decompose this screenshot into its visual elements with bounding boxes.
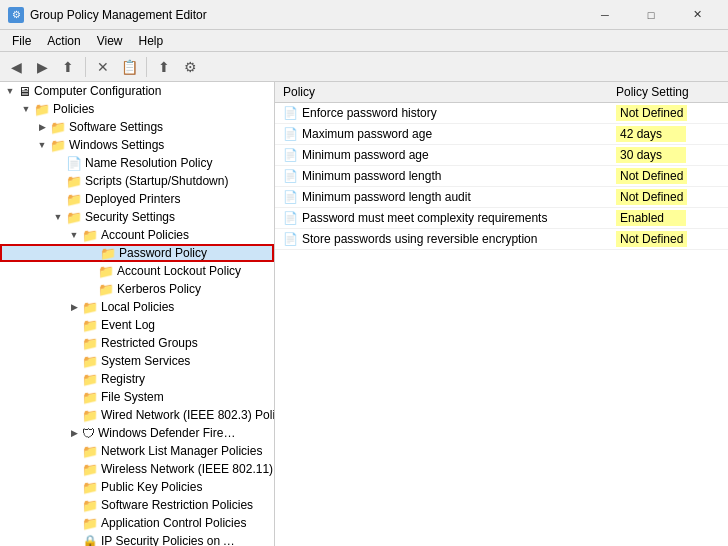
menu-help[interactable]: Help xyxy=(131,32,172,50)
folder-icon-restricted: 📁 xyxy=(82,336,98,351)
local-policies-label: Local Policies xyxy=(101,300,174,314)
computer-icon: 🖥 xyxy=(18,84,31,99)
maximize-button[interactable]: □ xyxy=(628,0,674,30)
kerberos-label: Kerberos Policy xyxy=(117,282,201,296)
export-button[interactable]: ⬆ xyxy=(152,55,176,79)
tree-item-software-restriction[interactable]: 📁 Software Restriction Policies xyxy=(0,496,274,514)
table-row[interactable]: 📄Minimum password length auditNot Define… xyxy=(275,187,728,208)
password-policy-label: Password Policy xyxy=(119,246,207,260)
menu-view[interactable]: View xyxy=(89,32,131,50)
folder-icon-scripts: 📁 xyxy=(66,174,82,189)
tree-item-firewall[interactable]: 🛡 Windows Defender Firewall with Advance… xyxy=(0,424,274,442)
software-settings-label: Software Settings xyxy=(69,120,163,134)
deployed-printers-label: Deployed Printers xyxy=(85,192,180,206)
policy-setting: Not Defined xyxy=(608,229,728,250)
forward-button[interactable]: ▶ xyxy=(30,55,54,79)
up-button[interactable]: ⬆ xyxy=(56,55,80,79)
folder-icon-software-restriction: 📁 xyxy=(82,498,98,513)
table-row[interactable]: 📄Store passwords using reversible encryp… xyxy=(275,229,728,250)
content-panel: Policy Policy Setting 📄Enforce password … xyxy=(275,82,728,546)
tree-item-policies[interactable]: 📁 Policies xyxy=(0,100,274,118)
scripts-label: Scripts (Startup/Shutdown) xyxy=(85,174,228,188)
setting-badge: 42 days xyxy=(616,126,686,142)
tree-item-ip-security[interactable]: 🔒 IP Security Policies on Active Directo… xyxy=(0,532,274,546)
table-row[interactable]: 📄Minimum password age30 days xyxy=(275,145,728,166)
policy-setting: Not Defined xyxy=(608,187,728,208)
table-row[interactable]: 📄Maximum password age42 days xyxy=(275,124,728,145)
policy-name: 📄Enforce password history xyxy=(275,103,608,124)
expander-software-settings[interactable] xyxy=(34,119,50,135)
tree-item-registry[interactable]: 📁 Registry xyxy=(0,370,274,388)
policy-name: 📄Maximum password age xyxy=(275,124,608,145)
restricted-groups-label: Restricted Groups xyxy=(101,336,198,350)
policy-name: 📄Minimum password age xyxy=(275,145,608,166)
properties-button[interactable]: 📋 xyxy=(117,55,141,79)
folder-icon-event: 📁 xyxy=(82,318,98,333)
import-button[interactable]: ⚙ xyxy=(178,55,202,79)
tree-item-security-settings[interactable]: 📁 Security Settings xyxy=(0,208,274,226)
menu-file[interactable]: File xyxy=(4,32,39,50)
setting-badge: Not Defined xyxy=(616,189,687,205)
expander-security-settings[interactable] xyxy=(50,209,66,225)
tree-item-scripts[interactable]: 📁 Scripts (Startup/Shutdown) xyxy=(0,172,274,190)
tree-item-restricted-groups[interactable]: 📁 Restricted Groups xyxy=(0,334,274,352)
tree-item-name-resolution[interactable]: 📄 Name Resolution Policy xyxy=(0,154,274,172)
close-button[interactable]: ✕ xyxy=(674,0,720,30)
folder-icon-ip-security: 🔒 xyxy=(82,534,98,547)
tree-item-public-key[interactable]: 📁 Public Key Policies xyxy=(0,478,274,496)
setting-badge: Enabled xyxy=(616,210,686,226)
setting-badge: 30 days xyxy=(616,147,686,163)
minimize-button[interactable]: ─ xyxy=(582,0,628,30)
window-controls[interactable]: ─ □ ✕ xyxy=(582,0,720,30)
table-row[interactable]: 📄Minimum password lengthNot Defined xyxy=(275,166,728,187)
tree-item-wired-network[interactable]: 📁 Wired Network (IEEE 802.3) Policies xyxy=(0,406,274,424)
windows-settings-label: Windows Settings xyxy=(69,138,164,152)
tree-item-event-log[interactable]: 📁 Event Log xyxy=(0,316,274,334)
table-row[interactable]: 📄Password must meet complexity requireme… xyxy=(275,208,728,229)
tree-item-network-list[interactable]: 📁 Network List Manager Policies xyxy=(0,442,274,460)
titlebar: ⚙ Group Policy Management Editor ─ □ ✕ xyxy=(0,0,728,30)
expander-policies[interactable] xyxy=(18,101,34,117)
registry-label: Registry xyxy=(101,372,145,386)
folder-icon-security: 📁 xyxy=(66,210,82,225)
delete-button[interactable]: ✕ xyxy=(91,55,115,79)
tree-item-local-policies[interactable]: 📁 Local Policies xyxy=(0,298,274,316)
app-icon: ⚙ xyxy=(8,7,24,23)
expander-firewall[interactable] xyxy=(66,425,82,441)
back-button[interactable]: ◀ xyxy=(4,55,28,79)
wired-network-label: Wired Network (IEEE 802.3) Policies xyxy=(101,408,275,422)
expander-windows-settings[interactable] xyxy=(34,137,50,153)
tree-item-account-policies[interactable]: 📁 Account Policies xyxy=(0,226,274,244)
security-settings-label: Security Settings xyxy=(85,210,175,224)
menu-action[interactable]: Action xyxy=(39,32,88,50)
expander-account-policies[interactable] xyxy=(66,227,82,243)
tree-item-computer-config[interactable]: 🖥 Computer Configuration xyxy=(0,82,274,100)
tree-item-app-control[interactable]: 📁 Application Control Policies xyxy=(0,514,274,532)
tree-item-file-system[interactable]: 📁 File System xyxy=(0,388,274,406)
tree-item-kerberos[interactable]: 📁 Kerberos Policy xyxy=(0,280,274,298)
tree-item-wireless[interactable]: 📁 Wireless Network (IEEE 802.11) Policie… xyxy=(0,460,274,478)
tree-panel[interactable]: 🖥 Computer Configuration 📁 Policies 📁 So… xyxy=(0,82,275,546)
folder-icon-filesystem: 📁 xyxy=(82,390,98,405)
tree-item-deployed-printers[interactable]: 📁 Deployed Printers xyxy=(0,190,274,208)
tree-item-software-settings[interactable]: 📁 Software Settings xyxy=(0,118,274,136)
column-policy: Policy xyxy=(275,82,608,103)
policy-setting: Not Defined xyxy=(608,166,728,187)
folder-icon-password: 📁 xyxy=(100,246,116,261)
setting-badge: Not Defined xyxy=(616,168,687,184)
account-lockout-label: Account Lockout Policy xyxy=(117,264,241,278)
tree-item-system-services[interactable]: 📁 System Services xyxy=(0,352,274,370)
tree-item-account-lockout[interactable]: 📁 Account Lockout Policy xyxy=(0,262,274,280)
tree-item-windows-settings[interactable]: 📁 Windows Settings xyxy=(0,136,274,154)
folder-icon-software: 📁 xyxy=(50,120,66,135)
table-row[interactable]: 📄Enforce password historyNot Defined xyxy=(275,103,728,124)
folder-icon-public-key: 📁 xyxy=(82,480,98,495)
folder-icon-wireless: 📁 xyxy=(82,462,98,477)
setting-badge: Not Defined xyxy=(616,231,687,247)
expander-local-policies[interactable] xyxy=(66,299,82,315)
folder-icon-app-control: 📁 xyxy=(82,516,98,531)
policies-label: Policies xyxy=(53,102,94,116)
tree-item-password-policy[interactable]: 📁 Password Policy xyxy=(0,244,274,262)
expander-computer-config[interactable] xyxy=(2,83,18,99)
folder-icon-windows: 📁 xyxy=(50,138,66,153)
